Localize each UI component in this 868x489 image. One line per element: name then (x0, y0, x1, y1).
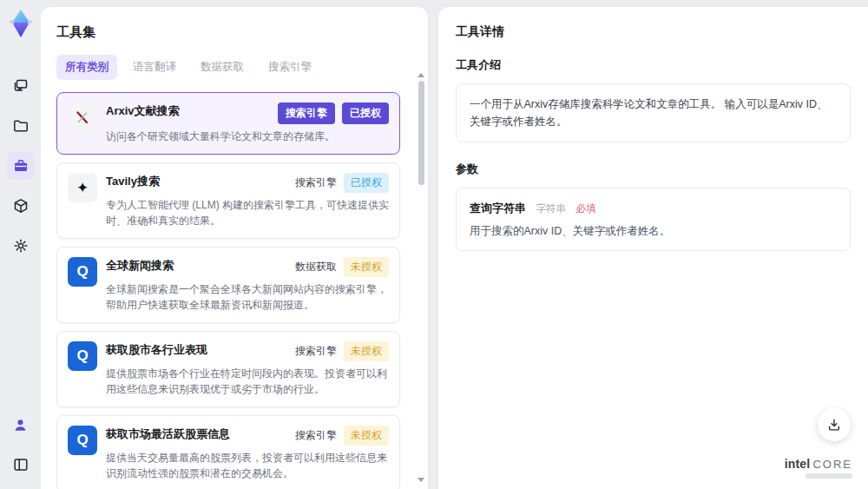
tool-card-sector-performance[interactable]: Q 获取股市各行业表现 搜索引擎 未授权 提供股票市场各个行业在特定时间段内的表… (56, 331, 400, 407)
collapse-panel-icon (12, 456, 30, 473)
arxiv-logo-icon (68, 102, 97, 132)
core-logo-text: core (812, 458, 852, 471)
left-icon-rail (0, 0, 41, 489)
gear-icon (12, 237, 30, 254)
download-button[interactable] (818, 408, 851, 441)
brand-watermark-bar (806, 473, 852, 479)
tool-card-global-news[interactable]: Q 全球新闻搜索 数据获取 未授权 全球新闻搜索是一个聚合全球各大新闻网站内容的… (56, 247, 400, 323)
category-label: 搜索引擎 (295, 344, 337, 359)
user-icon (12, 417, 29, 433)
content-shell: 工具集 所有类别 语言翻译 数据获取 搜索引擎 Arxiv文献搜索 (41, 7, 868, 489)
category-label: 搜索引擎 (295, 175, 337, 190)
sidebar-item-files[interactable] (7, 112, 35, 140)
tool-card-most-active-stocks[interactable]: Q 获取市场最活跃股票信息 搜索引擎 未授权 提供当天交易量最高的股票列表，投资… (56, 415, 400, 489)
category-badge: 搜索引擎 (278, 102, 335, 124)
tool-detail-panel: 工具详情 工具介绍 一个用于从Arxiv存储库搜索科学论文和文章的工具。 输入可… (438, 7, 868, 489)
tool-name: 获取市场最活跃股票信息 (106, 426, 230, 442)
package-icon (12, 197, 30, 215)
tool-name: Arxiv文献搜索 (106, 102, 180, 119)
param-type: 字符串 (536, 203, 566, 214)
param-card: 查询字符串 字符串 必填 用于搜索的Arxiv ID、关键字或作者姓名。 (456, 188, 851, 251)
intro-heading: 工具介绍 (456, 57, 851, 73)
tool-description: 专为人工智能代理 (LLM) 构建的搜索引擎工具，可快速提供实时、准确和真实的结… (106, 197, 389, 228)
category-tabs: 所有类别 语言翻译 数据获取 搜索引擎 (56, 55, 412, 80)
tab-search-engine[interactable]: 搜索引擎 (260, 55, 320, 80)
tool-list: Arxiv文献搜索 搜索引擎 已授权 访问各个研究领域大量科学论文和文章的存储库… (56, 92, 412, 489)
blue-q-logo-icon: Q (68, 426, 97, 455)
tool-name: 全球新闻搜索 (106, 257, 174, 274)
params-heading: 参数 (456, 162, 851, 177)
sidebar-item-settings[interactable] (7, 232, 35, 260)
scrollbar-thumb[interactable] (418, 81, 424, 185)
category-label: 数据获取 (295, 260, 337, 274)
sidebar-collapse-button[interactable] (7, 451, 35, 479)
intel-logo-text: intel (785, 457, 811, 471)
tool-card-tavily[interactable]: ✦ Tavily搜索 搜索引擎 已授权 专为人工智能代理 (LLM) 构建的搜索… (56, 162, 400, 239)
status-badge: 未授权 (344, 426, 389, 446)
tool-list-panel: 工具集 所有类别 语言翻译 数据获取 搜索引擎 Arxiv文献搜索 (41, 7, 428, 489)
category-label: 搜索引擎 (295, 428, 337, 443)
scroll-up-arrow-icon[interactable] (418, 73, 424, 77)
intel-core-logo: intel core (785, 457, 852, 479)
tab-data-fetch[interactable]: 数据获取 (192, 55, 253, 80)
status-badge: 已授权 (344, 173, 389, 193)
param-description: 用于搜索的Arxiv ID、关键字或作者姓名。 (470, 224, 837, 239)
tool-description: 提供股票市场各个行业在特定时间段内的表现。投资者可以利用这些信息来识别表现优于或… (106, 366, 389, 397)
scroll-down-arrow-icon[interactable] (418, 478, 424, 482)
app-logo-icon (6, 8, 36, 39)
tab-all-categories[interactable]: 所有类别 (56, 55, 117, 80)
blue-q-logo-icon: Q (68, 257, 97, 287)
blue-q-logo-icon: Q (68, 341, 97, 371)
page-title: 工具集 (56, 24, 412, 41)
briefcase-icon (12, 157, 30, 175)
folder-icon (12, 117, 30, 135)
status-badge: 未授权 (344, 257, 389, 277)
param-header: 查询字符串 字符串 必填 (470, 200, 837, 216)
tool-description: 提供当天交易量最高的股票列表，投资者可以利用这些信息来识别流动性强的股票和潜在的… (106, 450, 389, 481)
param-name: 查询字符串 (470, 202, 526, 215)
tool-name: Tavily搜索 (106, 173, 160, 189)
list-scrollbar[interactable] (417, 73, 425, 489)
chat-icon (12, 77, 30, 95)
param-required-flag: 必填 (575, 203, 595, 214)
sidebar-item-toolset[interactable] (7, 152, 35, 180)
tool-card-arxiv[interactable]: Arxiv文献搜索 搜索引擎 已授权 访问各个研究领域大量科学论文和文章的存储库… (56, 92, 400, 155)
sidebar-item-user[interactable] (7, 411, 35, 439)
sparkle-star-icon: ✦ (68, 173, 97, 202)
intro-card: 一个用于从Arxiv存储库搜索科学论文和文章的工具。 输入可以是Arxiv ID… (456, 83, 851, 142)
tool-description: 访问各个研究领域大量科学论文和文章的存储库。 (106, 129, 389, 144)
sidebar-item-packages[interactable] (7, 192, 35, 220)
sidebar-item-chat[interactable] (7, 72, 35, 100)
tab-language-translation[interactable]: 语言翻译 (124, 55, 185, 80)
status-badge: 未授权 (344, 341, 389, 361)
tool-name: 获取股市各行业表现 (106, 341, 207, 358)
tool-description: 全球新闻搜索是一个聚合全球各大新闻网站内容的搜索引擎，帮助用户快速获取全球最新资… (106, 281, 389, 313)
status-badge: 已授权 (342, 102, 389, 124)
detail-title: 工具详情 (456, 24, 851, 40)
download-icon (826, 417, 842, 433)
